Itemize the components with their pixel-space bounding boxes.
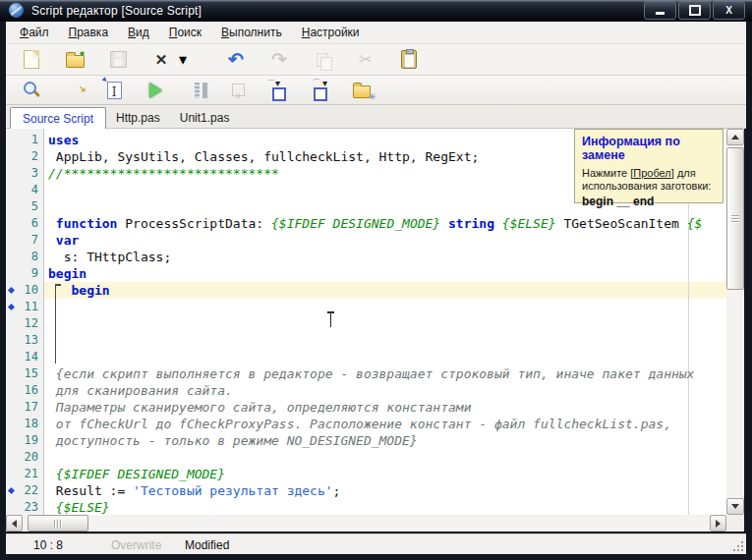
menu-item[interactable]: Поиск xyxy=(159,24,211,41)
open-file-icon xyxy=(66,55,85,68)
popup-snippet: begin __ end xyxy=(582,196,716,208)
code-line xyxy=(44,449,726,466)
open-file-button[interactable] xyxy=(61,47,88,73)
delete-x-button[interactable]: ✕ xyxy=(147,47,175,73)
app-window: Script редактор [Source Script] X ФайлПр… xyxy=(0,0,752,560)
pause-button[interactable] xyxy=(183,78,210,103)
vertical-scrollbar[interactable] xyxy=(726,129,744,515)
menu-item[interactable]: Вид xyxy=(118,24,159,41)
pause-icon xyxy=(195,83,200,98)
vertical-scroll-thumb[interactable] xyxy=(726,147,744,290)
search-next-button[interactable] xyxy=(59,78,87,103)
paste-button[interactable] xyxy=(395,47,423,73)
close-button[interactable]: X xyxy=(713,1,745,20)
redo-button[interactable]: ↷ xyxy=(265,47,293,73)
tab-unit1-pas[interactable]: Unit1.pas xyxy=(170,107,240,128)
step-into-button[interactable] xyxy=(265,78,293,103)
popup-text-line2: использования заготовки: xyxy=(582,180,711,192)
code-line xyxy=(44,315,726,332)
popup-text-post: ] для xyxy=(671,167,696,179)
line-number: 14 xyxy=(9,349,38,365)
save-file-icon xyxy=(110,51,127,68)
line-number: 15 xyxy=(9,365,38,382)
line-number: 17 xyxy=(9,399,38,416)
scroll-down-button[interactable] xyxy=(726,498,744,515)
minimize-icon xyxy=(656,12,665,15)
code-line: Параметры сканируемого сайта, определяют… xyxy=(44,399,726,416)
menu-item[interactable]: Правка xyxy=(59,24,119,41)
step-into-icon xyxy=(272,87,286,101)
menu-item[interactable]: Выполнить xyxy=(211,24,292,41)
popup-title: Информация по замене xyxy=(582,135,716,162)
scroll-up-button[interactable] xyxy=(726,129,744,145)
replace-info-popup: Информация по замене Нажмите [Пробел] дл… xyxy=(574,129,723,203)
select-text-button[interactable] xyxy=(100,78,128,103)
block-guide-line xyxy=(55,284,56,364)
tab-http-pas[interactable]: Http.pas xyxy=(106,107,170,128)
new-file-button[interactable] xyxy=(18,47,45,73)
code-line: {$IFDEF DESIGNED_MODE} xyxy=(44,466,726,482)
breakpoint-button[interactable] xyxy=(224,78,252,103)
horizontal-scroll-thumb[interactable] xyxy=(28,515,88,532)
code-line xyxy=(44,349,726,365)
line-number: 13 xyxy=(9,332,38,349)
copy-button[interactable] xyxy=(309,47,336,73)
line-number: 16 xyxy=(9,382,38,399)
app-icon xyxy=(9,3,24,18)
popup-text-pre: Нажмите [ xyxy=(582,167,633,179)
redo-icon: ↷ xyxy=(271,50,287,69)
toolbar-run xyxy=(6,76,746,105)
undo-button[interactable]: ↶ xyxy=(222,47,250,73)
line-number: 21 xyxy=(9,466,38,482)
popup-key-name: Пробел xyxy=(633,167,671,179)
copy-icon xyxy=(317,53,328,67)
code-line: для сканирования сайта. xyxy=(44,382,726,399)
code-line: доступность - только в режиме NO_DESIGNE… xyxy=(44,432,726,449)
line-number: 3 xyxy=(9,165,38,182)
line-number: 1 xyxy=(9,132,38,148)
line-number: 18 xyxy=(9,416,38,432)
breakpoint-icon xyxy=(232,84,245,96)
scroll-left-button[interactable] xyxy=(6,515,23,532)
run-icon xyxy=(149,83,162,98)
resize-grip[interactable] xyxy=(731,539,743,551)
step-over-button[interactable] xyxy=(307,78,334,103)
arrow-left-icon xyxy=(12,520,17,528)
search-button[interactable] xyxy=(18,78,45,103)
menu-item[interactable]: Настройки xyxy=(292,24,370,41)
code-line xyxy=(44,299,726,315)
line-number-gutter: 1234567891011121314151617181920212223 xyxy=(6,129,44,515)
scroll-right-button[interactable] xyxy=(710,515,726,532)
new-file-icon xyxy=(24,50,39,69)
horizontal-scrollbar[interactable] xyxy=(6,515,726,532)
status-bar: 10 : 8 Overwrite Modified xyxy=(6,533,746,554)
line-number: 20 xyxy=(9,449,38,466)
minimize-button[interactable] xyxy=(644,1,676,20)
line-number: 9 xyxy=(9,265,38,282)
code-line: Result := 'Тестовый результат здесь'; xyxy=(44,482,726,499)
delete-x-icon: ✕ xyxy=(155,52,168,67)
window-buttons: X xyxy=(644,1,745,20)
title-bar[interactable]: Script редактор [Source Script] X xyxy=(0,0,752,22)
code-line: function ProcessScriptData: {$IFDEF DESI… xyxy=(44,215,726,232)
scrollbar-corner xyxy=(726,515,744,532)
delete-dropdown-button[interactable]: ▾ xyxy=(177,47,189,73)
run-button[interactable] xyxy=(142,78,169,103)
line-number: 5 xyxy=(9,198,38,215)
arrow-up-icon xyxy=(731,135,739,140)
cut-button[interactable]: ✂ xyxy=(352,47,379,73)
maximize-button[interactable] xyxy=(678,1,711,20)
save-file-button[interactable] xyxy=(104,47,132,73)
reload-script-button[interactable] xyxy=(348,78,376,103)
line-number: 23 xyxy=(9,499,38,515)
popup-text: Нажмите [Пробел] для использования загот… xyxy=(582,167,716,208)
line-number: 2 xyxy=(9,148,38,165)
line-number: 8 xyxy=(9,249,38,265)
caret-position: 10 : 8 xyxy=(33,538,63,552)
tab-source-script[interactable]: Source Script xyxy=(10,107,106,129)
tab-strip: Source ScriptHttp.pasUnit1.pas xyxy=(6,105,746,129)
code-line: {если скрипт выполняется в редакторе - в… xyxy=(44,365,726,382)
line-number: 7 xyxy=(9,232,38,249)
menu-item[interactable]: Файл xyxy=(10,24,59,41)
code-line: begin xyxy=(44,282,726,299)
